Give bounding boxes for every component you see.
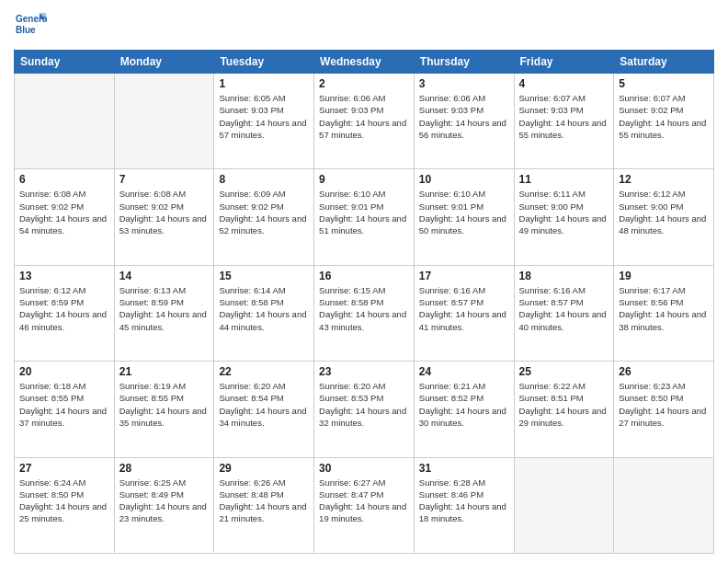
table-cell: 24Sunrise: 6:21 AM Sunset: 8:52 PM Dayli… — [414, 362, 514, 457]
week-row-4: 20Sunrise: 6:18 AM Sunset: 8:55 PM Dayli… — [15, 362, 714, 457]
table-cell: 23Sunrise: 6:20 AM Sunset: 8:53 PM Dayli… — [314, 362, 415, 457]
week-row-3: 13Sunrise: 6:12 AM Sunset: 8:59 PM Dayli… — [15, 265, 714, 361]
table-cell — [514, 457, 614, 553]
day-info: Sunrise: 6:10 AM Sunset: 9:01 PM Dayligh… — [319, 188, 409, 236]
day-info: Sunrise: 6:08 AM Sunset: 9:02 PM Dayligh… — [19, 188, 109, 236]
day-info: Sunrise: 6:05 AM Sunset: 9:03 PM Dayligh… — [219, 92, 309, 141]
day-number: 29 — [219, 462, 309, 475]
table-cell: 27Sunrise: 6:24 AM Sunset: 8:50 PM Dayli… — [15, 457, 115, 553]
table-cell: 16Sunrise: 6:15 AM Sunset: 8:58 PM Dayli… — [314, 265, 415, 361]
day-info: Sunrise: 6:26 AM Sunset: 8:48 PM Dayligh… — [219, 477, 309, 525]
col-thursday: Thursday — [414, 51, 514, 74]
day-number: 16 — [319, 270, 409, 282]
day-number: 17 — [419, 270, 509, 282]
table-cell — [114, 74, 214, 169]
col-wednesday: Wednesday — [314, 51, 415, 74]
table-cell: 30Sunrise: 6:27 AM Sunset: 8:47 PM Dayli… — [314, 457, 415, 553]
calendar-table: Sunday Monday Tuesday Wednesday Thursday… — [14, 50, 714, 554]
day-info: Sunrise: 6:14 AM Sunset: 8:58 PM Dayligh… — [219, 284, 309, 333]
table-cell: 9Sunrise: 6:10 AM Sunset: 9:01 PM Daylig… — [314, 169, 415, 265]
week-row-5: 27Sunrise: 6:24 AM Sunset: 8:50 PM Dayli… — [15, 457, 714, 553]
day-info: Sunrise: 6:06 AM Sunset: 9:03 PM Dayligh… — [319, 92, 409, 141]
table-cell: 25Sunrise: 6:22 AM Sunset: 8:51 PM Dayli… — [514, 362, 614, 457]
day-number: 11 — [519, 173, 609, 186]
day-number: 4 — [519, 77, 609, 90]
col-saturday: Saturday — [614, 51, 714, 74]
day-number: 28 — [119, 462, 210, 475]
day-number: 22 — [219, 365, 309, 378]
day-info: Sunrise: 6:21 AM Sunset: 8:52 PM Dayligh… — [419, 380, 509, 429]
week-row-2: 6Sunrise: 6:08 AM Sunset: 9:02 PM Daylig… — [15, 169, 714, 265]
table-cell: 5Sunrise: 6:07 AM Sunset: 9:02 PM Daylig… — [614, 74, 714, 169]
day-number: 23 — [319, 365, 409, 378]
table-cell: 28Sunrise: 6:25 AM Sunset: 8:49 PM Dayli… — [114, 457, 214, 553]
day-info: Sunrise: 6:24 AM Sunset: 8:50 PM Dayligh… — [19, 477, 109, 525]
day-number: 5 — [619, 77, 709, 90]
logo-icon: General Blue — [14, 9, 47, 42]
day-number: 27 — [19, 462, 109, 475]
day-info: Sunrise: 6:07 AM Sunset: 9:03 PM Dayligh… — [519, 92, 609, 141]
col-sunday: Sunday — [15, 51, 115, 74]
table-cell: 7Sunrise: 6:08 AM Sunset: 9:02 PM Daylig… — [114, 169, 214, 265]
table-cell: 19Sunrise: 6:17 AM Sunset: 8:56 PM Dayli… — [614, 265, 714, 361]
day-number: 31 — [419, 462, 509, 475]
day-info: Sunrise: 6:16 AM Sunset: 8:57 PM Dayligh… — [519, 284, 609, 333]
table-cell — [614, 457, 714, 553]
day-number: 8 — [219, 173, 309, 186]
day-number: 24 — [419, 365, 509, 378]
table-cell: 4Sunrise: 6:07 AM Sunset: 9:03 PM Daylig… — [514, 74, 614, 169]
col-monday: Monday — [114, 51, 214, 74]
table-cell: 12Sunrise: 6:12 AM Sunset: 9:00 PM Dayli… — [614, 169, 714, 265]
table-cell: 31Sunrise: 6:28 AM Sunset: 8:46 PM Dayli… — [414, 457, 514, 553]
table-cell: 11Sunrise: 6:11 AM Sunset: 9:00 PM Dayli… — [514, 169, 614, 265]
day-info: Sunrise: 6:19 AM Sunset: 8:55 PM Dayligh… — [119, 380, 210, 429]
table-cell: 18Sunrise: 6:16 AM Sunset: 8:57 PM Dayli… — [514, 265, 614, 361]
day-info: Sunrise: 6:27 AM Sunset: 8:47 PM Dayligh… — [319, 477, 409, 525]
day-info: Sunrise: 6:25 AM Sunset: 8:49 PM Dayligh… — [119, 477, 210, 525]
table-cell: 8Sunrise: 6:09 AM Sunset: 9:02 PM Daylig… — [214, 169, 314, 265]
page: General Blue Sunday Monday Tuesday Wedne… — [0, 0, 728, 563]
day-number: 19 — [619, 270, 709, 282]
col-friday: Friday — [514, 51, 614, 74]
day-number: 18 — [519, 270, 609, 282]
day-number: 14 — [119, 270, 210, 282]
day-number: 7 — [119, 173, 210, 186]
calendar-header-row: Sunday Monday Tuesday Wednesday Thursday… — [15, 51, 714, 74]
day-number: 12 — [619, 173, 709, 186]
table-cell: 3Sunrise: 6:06 AM Sunset: 9:03 PM Daylig… — [414, 74, 514, 169]
day-number: 9 — [319, 173, 409, 186]
table-cell: 20Sunrise: 6:18 AM Sunset: 8:55 PM Dayli… — [15, 362, 115, 457]
day-info: Sunrise: 6:09 AM Sunset: 9:02 PM Dayligh… — [219, 188, 309, 236]
day-info: Sunrise: 6:12 AM Sunset: 9:00 PM Dayligh… — [619, 188, 709, 236]
day-info: Sunrise: 6:17 AM Sunset: 8:56 PM Dayligh… — [619, 284, 709, 333]
day-number: 1 — [219, 77, 309, 90]
table-cell: 29Sunrise: 6:26 AM Sunset: 8:48 PM Dayli… — [214, 457, 314, 553]
table-cell: 17Sunrise: 6:16 AM Sunset: 8:57 PM Dayli… — [414, 265, 514, 361]
day-number: 6 — [19, 173, 109, 186]
col-tuesday: Tuesday — [214, 51, 314, 74]
day-info: Sunrise: 6:20 AM Sunset: 8:54 PM Dayligh… — [219, 380, 309, 429]
day-number: 30 — [319, 462, 409, 475]
day-number: 2 — [319, 77, 409, 90]
table-cell: 26Sunrise: 6:23 AM Sunset: 8:50 PM Dayli… — [614, 362, 714, 457]
day-info: Sunrise: 6:12 AM Sunset: 8:59 PM Dayligh… — [19, 284, 109, 333]
table-cell: 21Sunrise: 6:19 AM Sunset: 8:55 PM Dayli… — [114, 362, 214, 457]
day-number: 10 — [419, 173, 509, 186]
day-number: 25 — [519, 365, 609, 378]
day-number: 13 — [19, 270, 109, 282]
day-info: Sunrise: 6:10 AM Sunset: 9:01 PM Dayligh… — [419, 188, 509, 236]
day-info: Sunrise: 6:18 AM Sunset: 8:55 PM Dayligh… — [19, 380, 109, 429]
table-cell: 15Sunrise: 6:14 AM Sunset: 8:58 PM Dayli… — [214, 265, 314, 361]
day-info: Sunrise: 6:13 AM Sunset: 8:59 PM Dayligh… — [119, 284, 210, 333]
table-cell: 14Sunrise: 6:13 AM Sunset: 8:59 PM Dayli… — [114, 265, 214, 361]
week-row-1: 1Sunrise: 6:05 AM Sunset: 9:03 PM Daylig… — [15, 74, 714, 169]
header: General Blue — [14, 9, 714, 42]
table-cell: 1Sunrise: 6:05 AM Sunset: 9:03 PM Daylig… — [214, 74, 314, 169]
table-cell: 22Sunrise: 6:20 AM Sunset: 8:54 PM Dayli… — [214, 362, 314, 457]
day-info: Sunrise: 6:11 AM Sunset: 9:00 PM Dayligh… — [519, 188, 609, 236]
day-info: Sunrise: 6:16 AM Sunset: 8:57 PM Dayligh… — [419, 284, 509, 333]
logo: General Blue — [14, 9, 47, 42]
table-cell: 13Sunrise: 6:12 AM Sunset: 8:59 PM Dayli… — [15, 265, 115, 361]
day-number: 26 — [619, 365, 709, 378]
day-info: Sunrise: 6:28 AM Sunset: 8:46 PM Dayligh… — [419, 477, 509, 525]
